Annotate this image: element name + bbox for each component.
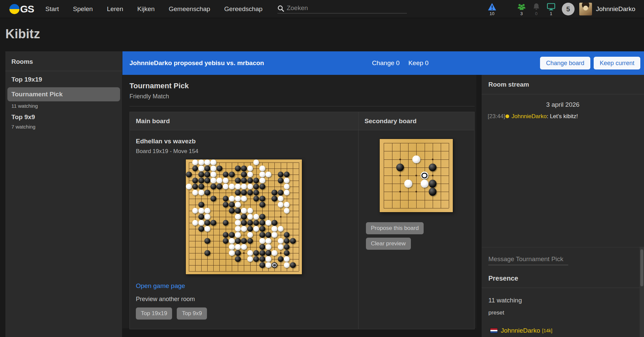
vote-counts: Change 0Keep 0 [372,51,437,75]
nav-item-leren[interactable]: Leren [107,5,123,13]
room-watching-count: 11 watching [5,101,122,109]
preview-top-19x19-button[interactable]: Top 19x19 [136,307,172,320]
username[interactable]: JohnnieDarko [596,5,635,13]
preview-top-9x9-button[interactable]: Top 9x9 [177,307,207,320]
rooms-sidebar: Rooms Top 19x19 Tournament Pick 11 watch… [5,51,122,337]
player-color-dot-icon [505,114,509,118]
keep-vote-count: 0 [425,59,429,66]
chat-username[interactable]: JohnnieDarko [512,113,547,119]
friends-count: 3 [514,11,529,16]
nav-item-kijken[interactable]: Kijken [137,5,155,13]
nav-item-start[interactable]: Start [45,5,59,13]
logo-text: GS [20,3,34,15]
chat-log[interactable]: 3 april 2026 [23:44]JohnnieDarko: Let's … [482,94,644,247]
divider [129,106,475,106]
sidebar-scrollbar[interactable] [640,247,644,337]
chat-message: [23:44]JohnnieDarko: Let's kibitz! [482,108,644,120]
room-title: Tournament Pick [122,75,476,90]
move-queue-badge[interactable]: 5 [562,3,575,15]
monitor-icon [544,2,558,11]
game-subtitle: Board 19x19 - Move 154 [130,145,358,155]
room-item-top-9x9[interactable]: Top 9x9 [5,109,122,122]
proposal-banner: JohnnieDarko proposed yebisu vs. mrbacon… [122,51,644,75]
keep-current-button[interactable]: Keep current [594,57,640,69]
change-vote-count: 0 [396,59,400,66]
presence-user-rank: [14k] [542,328,552,333]
notifications-count: 0 [529,11,544,16]
divider [482,288,644,288]
user-avatar[interactable] [579,3,592,15]
nav-item-gemeenschap[interactable]: Gemeenschap [169,5,210,13]
main-board-header: Main board [130,112,358,130]
notifications-indicator[interactable]: 0 [529,2,544,16]
chat-date: 3 april 2026 [482,94,644,108]
top-navbar: GS Start Spelen Leren Kijken Gemeenschap… [0,0,644,18]
propose-this-board-button[interactable]: Propose this board [366,222,424,234]
banner-buttons: Change board Keep current [540,57,644,69]
presence-watching: 11 watching [488,297,644,304]
room-content: Tournament Pick Friendly Match Main boar… [122,75,476,328]
friends-indicator[interactable]: 3 [514,2,529,16]
nav-right: 10 182 3 0 [485,0,644,18]
secondary-board-panel: Secondary board Propose this board Clear… [358,112,474,329]
chat-separator: : [547,113,548,119]
presence-username: JohnnieDarko [501,327,540,334]
main-menu: Start Spelen Leren Kijken Gemeenschap Ge… [45,5,276,13]
keep-vote[interactable]: Keep 0 [408,59,428,66]
presence-preset: preset [488,309,644,316]
bell-icon [529,2,544,11]
page-title: Kibitz [5,27,40,41]
chat-message-input[interactable] [488,255,568,265]
netherlands-flag-icon [490,328,497,333]
warning-triangle-icon [485,2,499,11]
room-stream-sidebar: Room stream 3 april 2026 [23:44]JohnnieD… [482,75,644,337]
nav-item-gereedschap[interactable]: Gereedschap [224,5,263,13]
secondary-goban[interactable] [380,139,453,212]
rooms-title: Rooms [5,51,122,71]
room-item-top-19x19[interactable]: Top 19x19 [5,71,122,85]
ogs-logo[interactable]: GS [9,3,34,15]
ukraine-flag-icon [9,4,19,14]
room-stream-title: Room stream [482,75,644,94]
room-item-tournament-pick[interactable]: Tournament Pick [7,87,120,101]
nav-search [277,4,407,13]
board-panels: Main board Edhellan vs wavezb Board 19x1… [129,112,475,329]
presence-user[interactable]: JohnnieDarko [14k] [490,327,644,334]
chat-timestamp: [23:44] [488,113,505,119]
room-subtitle: Friendly Match [122,90,476,100]
presence-title: Presence [488,275,644,282]
nav-item-spelen[interactable]: Spelen [73,5,93,13]
search-input[interactable] [287,4,397,12]
room-watching-count: 7 watching [5,122,122,130]
proposal-message: JohnnieDarko proposed yebisu vs. mrbacon [129,51,264,75]
main-board-panel: Main board Edhellan vs wavezb Board 19x1… [130,112,358,329]
chat-text: Let's kibitz! [550,113,578,119]
open-game-link[interactable]: Open game page [136,282,185,290]
change-board-button[interactable]: Change board [540,57,590,69]
secondary-board-header: Secondary board [359,112,474,130]
move-queue-count: 5 [566,5,570,13]
observed-games-indicator[interactable]: 1 [544,2,558,16]
reports-indicator[interactable]: 10 [485,2,499,16]
main-goban[interactable] [186,159,302,274]
reports-count: 10 [485,11,499,16]
clear-preview-button[interactable]: Clear preview [366,238,411,250]
preview-another-room-label: Preview another room [136,296,358,303]
change-vote[interactable]: Change 0 [372,59,399,66]
people-group-icon [514,2,529,11]
scrollbar-thumb[interactable] [640,249,643,286]
search-icon [277,5,284,12]
game-title: Edhellan vs wavezb [130,130,358,145]
observed-count: 1 [544,11,558,16]
